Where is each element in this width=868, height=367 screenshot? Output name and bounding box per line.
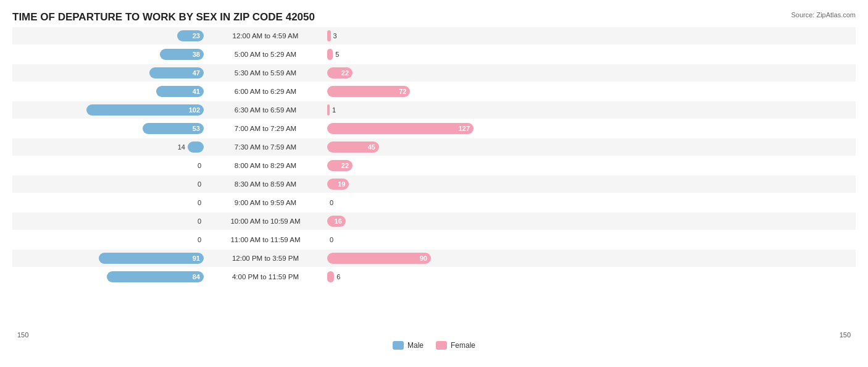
time-label: 10:00 AM to 10:59 AM	[204, 217, 327, 225]
time-label: 5:00 AM to 5:29 AM	[204, 51, 327, 58]
source-label: Source: ZipAtlas.com	[791, 11, 856, 19]
right-section: 90	[327, 250, 856, 267]
time-label: 6:00 AM to 6:29 AM	[204, 88, 327, 95]
table-row: 9112:00 PM to 3:59 PM90	[12, 250, 856, 267]
time-label: 11:00 AM to 11:59 AM	[204, 236, 327, 243]
time-label: 8:00 AM to 8:29 AM	[204, 162, 327, 169]
bar-male: 41	[156, 86, 204, 97]
time-label: 6:30 AM to 6:59 AM	[204, 106, 327, 114]
time-label: 4:00 PM to 11:59 PM	[204, 273, 327, 281]
time-label: 8:30 AM to 8:59 AM	[204, 180, 327, 188]
left-section: 53	[12, 120, 204, 137]
value-female: 19	[338, 180, 345, 188]
value-male: 38	[193, 51, 204, 58]
right-section: 16	[327, 213, 856, 230]
legend: Male Female	[12, 341, 856, 350]
time-label: 5:30 AM to 5:59 AM	[204, 69, 327, 77]
value-female-zero: 0	[330, 236, 333, 243]
right-section: 22	[327, 64, 856, 82]
right-section: 19	[327, 175, 856, 193]
value-female: 72	[399, 88, 406, 95]
value-male: 91	[193, 255, 204, 262]
value-female-outside: 3	[333, 32, 337, 40]
left-section: 0	[12, 213, 204, 230]
legend-female-label: Female	[451, 341, 475, 350]
left-section: 14	[12, 138, 204, 156]
legend-female: Female	[436, 341, 475, 350]
bar-male: 47	[149, 67, 204, 78]
bar-female: 72	[327, 86, 410, 97]
value-male: 102	[189, 106, 204, 114]
value-male-outside: 14	[178, 143, 185, 151]
left-section: 0	[12, 194, 204, 211]
value-male: 47	[193, 69, 204, 77]
value-female-outside: 1	[332, 106, 336, 114]
time-label: 12:00 PM to 3:59 PM	[204, 255, 327, 262]
time-label: 12:00 AM to 4:59 AM	[204, 32, 327, 40]
bar-female: 22	[327, 67, 353, 78]
value-female: 22	[341, 69, 349, 77]
right-section: 72	[327, 83, 856, 100]
time-label: 7:30 AM to 7:59 AM	[204, 143, 327, 151]
table-row: 844:00 PM to 11:59 PM6	[12, 268, 856, 285]
left-section: 84	[12, 268, 204, 285]
axis-left: 150	[12, 331, 204, 339]
bar-female	[327, 271, 334, 282]
table-row: 385:00 AM to 5:29 AM5	[12, 46, 856, 63]
table-row: 010:00 AM to 10:59 AM16	[12, 213, 856, 230]
left-section: 0	[12, 175, 204, 193]
chart-container: TIME OF DEPARTURE TO WORK BY SEX IN ZIP …	[0, 0, 868, 367]
value-male-zero: 0	[198, 236, 201, 243]
value-female-zero: 0	[330, 199, 333, 206]
value-male: 41	[193, 88, 204, 95]
left-section: 41	[12, 83, 204, 100]
right-section: 0	[327, 231, 856, 248]
bar-female: 16	[327, 216, 346, 227]
value-male: 23	[193, 32, 204, 40]
bar-female	[327, 49, 333, 60]
table-row: 011:00 AM to 11:59 AM0	[12, 231, 856, 248]
value-male: 53	[193, 125, 204, 132]
value-male-zero: 0	[198, 162, 201, 169]
left-section: 102	[12, 101, 204, 119]
table-row: 1026:30 AM to 6:59 AM1	[12, 101, 856, 119]
left-section: 0	[12, 157, 204, 174]
left-section: 23	[12, 27, 204, 44]
value-female: 22	[341, 162, 349, 169]
value-male: 84	[193, 273, 204, 281]
legend-male-box	[393, 341, 404, 350]
legend-male-label: Male	[407, 341, 424, 350]
bar-male	[188, 141, 204, 153]
right-section: 127	[327, 120, 856, 137]
left-section: 38	[12, 46, 204, 63]
table-row: 2312:00 AM to 4:59 AM3	[12, 27, 856, 44]
bar-female	[327, 104, 330, 116]
bar-female	[327, 30, 331, 41]
bar-male: 102	[86, 104, 204, 116]
table-row: 09:00 AM to 9:59 AM0	[12, 194, 856, 211]
right-section: 0	[327, 194, 856, 211]
table-row: 08:00 AM to 8:29 AM22	[12, 157, 856, 174]
table-row: 475:30 AM to 5:59 AM22	[12, 64, 856, 82]
bar-female: 19	[327, 179, 349, 190]
bar-male: 23	[177, 30, 204, 41]
time-label: 9:00 AM to 9:59 AM	[204, 199, 327, 206]
bar-male: 91	[99, 253, 204, 264]
value-female: 45	[368, 143, 375, 151]
right-section: 45	[327, 138, 856, 156]
value-female: 16	[335, 217, 342, 225]
table-row: 537:00 AM to 7:29 AM127	[12, 120, 856, 137]
value-male-zero: 0	[198, 180, 201, 188]
right-section: 3	[327, 27, 856, 44]
table-row: 08:30 AM to 8:59 AM19	[12, 175, 856, 193]
value-male-zero: 0	[198, 199, 201, 206]
value-male-zero: 0	[198, 217, 201, 225]
right-section: 22	[327, 157, 856, 174]
legend-female-box	[436, 341, 447, 350]
right-section: 5	[327, 46, 856, 63]
bar-male: 53	[143, 123, 204, 134]
chart-area: 2312:00 AM to 4:59 AM3385:00 AM to 5:29 …	[12, 27, 856, 330]
value-female-outside: 6	[336, 273, 340, 281]
value-female-outside: 5	[335, 51, 339, 58]
table-row: 147:30 AM to 7:59 AM45	[12, 138, 856, 156]
